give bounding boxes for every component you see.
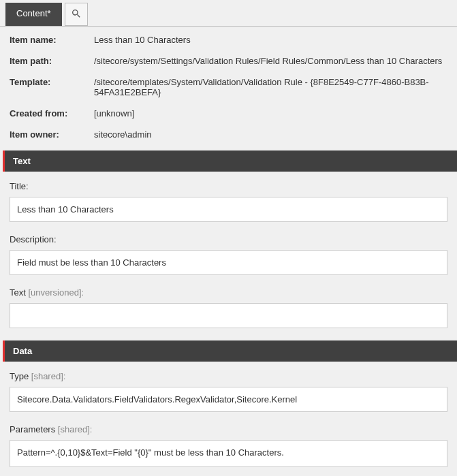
search-icon <box>71 8 82 21</box>
section-header-text[interactable]: Text <box>3 150 457 172</box>
info-row: Created from: [unknown] <box>5 103 452 124</box>
info-label: Created from: <box>10 108 94 118</box>
tab-content[interactable]: Content* <box>5 3 62 26</box>
field-label-title: Title: <box>10 181 447 191</box>
field-label-text: Text [unversioned]: <box>10 287 447 298</box>
title-input[interactable] <box>10 197 447 222</box>
section-header-label: Data <box>13 346 32 356</box>
description-input[interactable] <box>10 250 447 275</box>
info-label: Template: <box>10 77 94 97</box>
section-body-data: Type [shared]: Parameters [shared]: <box>0 362 457 476</box>
field-label-type: Type [shared]: <box>10 371 447 381</box>
text-input[interactable] <box>10 303 447 328</box>
item-info: Item name: Less than 10 Characters Item … <box>0 27 457 150</box>
info-value: [unknown] <box>94 108 447 118</box>
info-value: sitecore\admin <box>94 129 447 140</box>
tab-content-label: Content* <box>16 8 51 18</box>
section-header-label: Text <box>13 156 31 166</box>
info-value: Less than 10 Characters <box>94 35 447 45</box>
parameters-input[interactable] <box>10 440 447 467</box>
section-body-text: Title: Description: Text [unversioned]: <box>0 172 457 340</box>
info-value: /sitecore/system/Settings/Validation Rul… <box>94 56 447 66</box>
tab-bar: Content* <box>0 0 457 27</box>
info-row: Item name: Less than 10 Characters <box>5 29 452 50</box>
info-label: Item path: <box>10 56 94 66</box>
info-row: Template: /sitecore/templates/System/Val… <box>5 72 452 103</box>
info-label: Item name: <box>10 35 94 45</box>
search-button[interactable] <box>65 3 88 26</box>
section-header-data[interactable]: Data <box>3 340 457 362</box>
field-label-parameters: Parameters [shared]: <box>10 424 447 434</box>
info-label: Item owner: <box>10 129 94 140</box>
field-label-description: Description: <box>10 234 447 244</box>
info-row: Item path: /sitecore/system/Settings/Val… <box>5 50 452 72</box>
info-row: Item owner: sitecore\admin <box>5 124 452 145</box>
info-value: /sitecore/templates/System/Validation/Va… <box>94 77 447 97</box>
type-input[interactable] <box>10 387 447 412</box>
